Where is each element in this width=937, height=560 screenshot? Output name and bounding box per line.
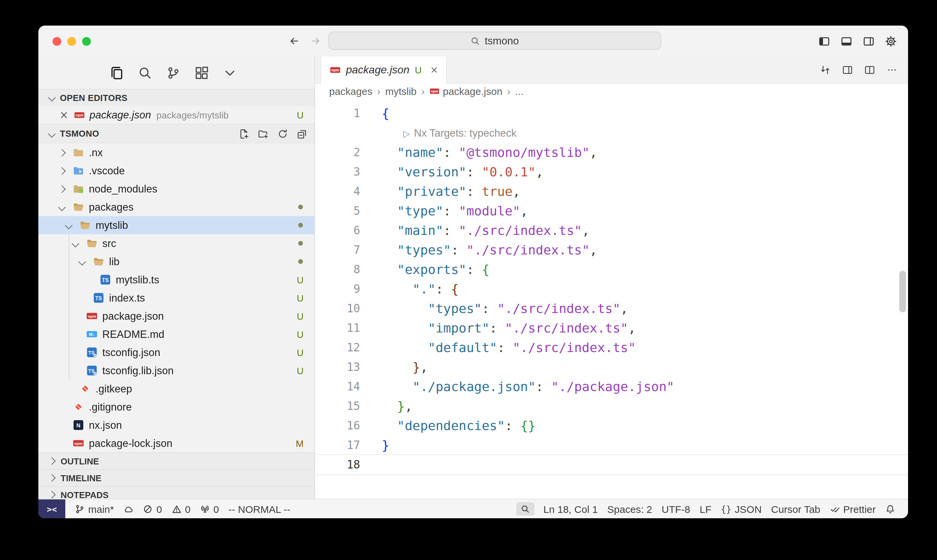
- git-status-badge: M: [296, 438, 303, 449]
- layout-sidebar-left-icon[interactable]: [819, 35, 830, 47]
- tree-item-.nx[interactable]: .nx: [38, 143, 314, 162]
- sidebar-section-outline[interactable]: OUTLINE: [38, 452, 314, 469]
- tree-item-tsconfig.lib.json[interactable]: TStsconfig.lib.jsonU: [38, 362, 314, 380]
- tree-item-nx.json[interactable]: Nnx.json: [38, 416, 314, 434]
- project-header[interactable]: TSMONO: [38, 124, 314, 143]
- more-actions-icon[interactable]: [886, 65, 897, 75]
- status-formatter[interactable]: Prettier: [825, 499, 880, 518]
- status-cursor-tab[interactable]: Cursor Tab: [766, 499, 825, 518]
- open-editors-header[interactable]: OPEN EDITORS: [38, 89, 314, 106]
- status-language-mode[interactable]: {}JSON: [716, 499, 766, 518]
- settings-gear-icon[interactable]: [885, 35, 897, 47]
- git-status-badge: U: [297, 292, 303, 303]
- code-line-16[interactable]: 16 "dependencies": {}: [315, 416, 908, 435]
- tree-item-label: src: [102, 237, 116, 249]
- tree-item-tsconfig.json[interactable]: TStsconfig.jsonU: [38, 343, 314, 362]
- tree-item-packages[interactable]: packages: [38, 198, 314, 216]
- status-ports[interactable]: 0: [195, 499, 224, 518]
- svg-text:N: N: [76, 422, 80, 429]
- tree-item-mytslib.ts[interactable]: TSmytslib.tsU: [38, 271, 314, 289]
- tree-item-lib[interactable]: lib: [38, 252, 314, 271]
- code-line-2[interactable]: 2 "name": "@tsmono/mytslib",: [315, 143, 908, 162]
- code-line-5[interactable]: 5 "type": "module",: [315, 201, 908, 221]
- maximize-window-button[interactable]: [82, 37, 91, 45]
- close-icon[interactable]: [58, 109, 69, 120]
- code-line-18[interactable]: 18: [315, 455, 908, 474]
- breadcrumb-item[interactable]: packages: [329, 85, 372, 97]
- status-eol[interactable]: LF: [695, 499, 716, 518]
- close-window-button[interactable]: [52, 37, 61, 45]
- minimize-window-button[interactable]: [67, 37, 76, 45]
- split-editor-right-icon[interactable]: [842, 65, 853, 75]
- code-line-4[interactable]: 4 "private": true,: [315, 182, 908, 201]
- code-line-3[interactable]: 3 "version": "0.0.1",: [315, 162, 908, 182]
- code-line-9[interactable]: 9 ".": {: [315, 279, 908, 299]
- scrollbar-thumb[interactable]: [899, 271, 906, 312]
- status-errors[interactable]: 0: [138, 499, 167, 518]
- collapse-folders-icon[interactable]: [297, 128, 308, 139]
- activity-explorer-icon[interactable]: [110, 66, 124, 80]
- tree-item-package-lock.json[interactable]: npmpackage-lock.jsonM: [38, 434, 314, 452]
- status-screencast[interactable]: [517, 502, 535, 515]
- code-line-13[interactable]: 13 },: [315, 357, 908, 377]
- code-line-15[interactable]: 15 },: [315, 397, 908, 416]
- status-sync-changes[interactable]: [119, 499, 138, 518]
- code-line-17[interactable]: 17}: [315, 435, 908, 455]
- sidebar-section-timeline[interactable]: TIMELINE: [38, 469, 314, 486]
- new-file-icon[interactable]: [238, 128, 249, 139]
- forward-button[interactable]: [310, 36, 321, 46]
- tree-item-package.json[interactable]: npmpackage.jsonU: [38, 307, 314, 325]
- layout-panel-icon[interactable]: [841, 35, 852, 47]
- back-button[interactable]: [289, 36, 300, 46]
- code-line-7[interactable]: 7 "types": "./src/index.ts",: [315, 240, 908, 260]
- project-label: TSMONO: [60, 129, 99, 138]
- command-center[interactable]: tsmono: [328, 32, 661, 50]
- activity-search-icon[interactable]: [138, 66, 152, 80]
- tab-package-json[interactable]: npm package.json U: [320, 57, 447, 83]
- tree-item-src[interactable]: src: [38, 234, 314, 252]
- close-tab-icon[interactable]: [430, 65, 439, 75]
- line-number: 2: [315, 143, 360, 162]
- activity-source-control-icon[interactable]: [166, 66, 180, 80]
- code-line-14[interactable]: 14 "./package.json": "./package.json": [315, 377, 908, 397]
- activity-extensions-icon[interactable]: [195, 66, 209, 80]
- tree-item-README.md[interactable]: M↓README.mdU: [38, 325, 314, 343]
- file-tree: .nx.vscodenode_modulespackagesmytslibsrc…: [38, 143, 314, 452]
- status-git-branch[interactable]: main*: [70, 499, 119, 518]
- status-warnings[interactable]: 0: [166, 499, 195, 518]
- status-indentation[interactable]: Spaces: 2: [602, 499, 657, 518]
- tree-item-node_modules[interactable]: node_modules: [38, 180, 314, 198]
- code-line-12[interactable]: 12 "default": "./src/index.ts": [315, 338, 908, 357]
- status-vim-mode[interactable]: -- NORMAL --: [224, 499, 295, 518]
- code-line-text: "exports": {: [382, 260, 489, 279]
- code-line-6[interactable]: 6 "main": "./src/index.ts",: [315, 221, 908, 240]
- code-editor[interactable]: 1{▷Nx Targets: typecheck2 "name": "@tsmo…: [315, 98, 908, 499]
- code-line-1[interactable]: 1{: [315, 104, 908, 123]
- new-folder-icon[interactable]: [258, 128, 269, 139]
- tree-item-.vscode[interactable]: .vscode: [38, 162, 314, 180]
- breadcrumb-item[interactable]: npmpackage.json: [429, 85, 503, 97]
- status-remote[interactable]: ><: [38, 499, 65, 518]
- layout-sidebar-right-icon[interactable]: [863, 35, 874, 47]
- codelens-link[interactable]: ▷Nx Targets: typecheck: [403, 123, 516, 143]
- status-encoding[interactable]: UTF-8: [657, 499, 695, 518]
- open-editor-item[interactable]: npmpackage.jsonpackages/mytslibU: [38, 106, 314, 124]
- status-notifications[interactable]: [880, 499, 900, 518]
- breadcrumb-item[interactable]: mytslib: [385, 85, 416, 97]
- split-editor-icon[interactable]: [864, 65, 875, 75]
- tab-git-badge: U: [415, 65, 422, 75]
- status-cursor-position[interactable]: Ln 18, Col 1: [539, 499, 603, 518]
- refresh-explorer-icon[interactable]: [277, 128, 288, 139]
- tree-item-index.ts[interactable]: TSindex.tsU: [38, 289, 314, 307]
- tree-item-.gitkeep[interactable]: .gitkeep: [38, 380, 314, 398]
- tree-item-.gitignore[interactable]: .gitignore: [38, 398, 314, 416]
- activity-more-views-icon[interactable]: [223, 66, 237, 80]
- breadcrumb-item[interactable]: ...: [515, 85, 524, 97]
- code-line-8[interactable]: 8 "exports": {: [315, 260, 908, 279]
- tower-icon: [200, 504, 210, 514]
- code-line-11[interactable]: 11 "import": "./src/index.ts",: [315, 318, 908, 338]
- tree-item-mytslib[interactable]: mytslib: [38, 216, 314, 234]
- code-line-10[interactable]: 10 "types": "./src/index.ts",: [315, 299, 908, 318]
- line-number: 9: [315, 279, 360, 299]
- open-changes-icon[interactable]: [820, 65, 831, 75]
